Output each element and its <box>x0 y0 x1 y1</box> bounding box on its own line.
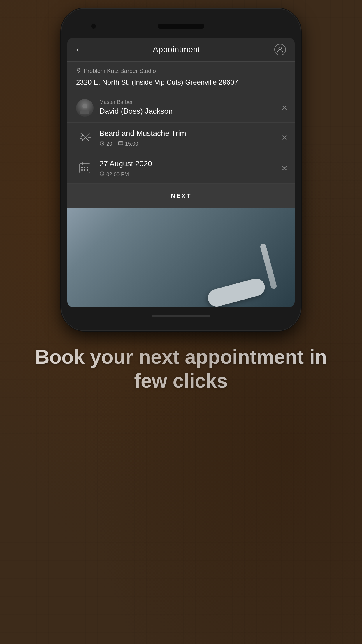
phone-bottom <box>67 307 295 325</box>
time-value: 02:00 PM <box>106 172 129 178</box>
svg-point-3 <box>80 110 89 114</box>
app-header: ‹ Appointment <box>67 38 295 62</box>
svg-line-7 <box>82 134 89 141</box>
calendar-icon <box>78 161 91 174</box>
phone-frame: ‹ Appointment <box>61 9 301 330</box>
date-meta: 02:00 PM <box>99 171 286 178</box>
scissors-icon-container <box>76 129 94 146</box>
svg-point-0 <box>279 47 281 50</box>
phone-screen: ‹ Appointment <box>67 38 295 307</box>
svg-point-6 <box>80 138 83 141</box>
service-content: Beard and Mustache Trim 20 <box>99 129 286 147</box>
home-indicator <box>152 315 210 317</box>
time-clock-icon <box>99 171 105 178</box>
svg-rect-17 <box>81 167 83 168</box>
phone-top <box>67 15 295 38</box>
location-name-text: Problem Kutz Barber Studio <box>84 68 156 74</box>
location-address: 2320 E. North St. (Inside Vip Cuts) Gree… <box>76 77 286 87</box>
back-button[interactable]: ‹ <box>76 45 79 54</box>
svg-point-1 <box>78 69 79 70</box>
svg-line-8 <box>82 133 89 140</box>
avatar-icon <box>76 99 94 117</box>
location-pin-icon <box>76 68 81 74</box>
bottom-marketing-text: Book your next appointment in few clicks <box>17 345 345 393</box>
service-meta: 20 15.00 <box>99 141 286 147</box>
svg-rect-21 <box>84 169 85 171</box>
phone-camera <box>91 23 96 29</box>
calendar-icon-container <box>76 159 94 176</box>
price-meta: 15.00 <box>118 141 138 147</box>
barber-subtitle: Master Barber <box>99 99 286 105</box>
barber-content: Master Barber David (Boss) Jackson <box>99 99 286 116</box>
time-meta: 02:00 PM <box>99 171 129 178</box>
bottom-text-section: Book your next appointment in few clicks <box>0 330 362 393</box>
profile-icon[interactable] <box>274 44 286 55</box>
page-title: Appointment <box>153 45 200 54</box>
next-button[interactable]: NEXT <box>67 184 295 208</box>
svg-rect-20 <box>81 169 83 171</box>
date-item: 27 August 2020 02:00 PM <box>67 153 295 184</box>
barber-avatar <box>76 99 94 117</box>
svg-rect-11 <box>119 142 123 145</box>
date-content: 27 August 2020 02:00 PM <box>99 159 286 178</box>
avatar-image <box>76 99 94 117</box>
barber-remove-button[interactable]: ✕ <box>281 103 288 112</box>
price-icon <box>118 141 123 147</box>
phone-container: ‹ Appointment <box>61 9 301 330</box>
svg-point-5 <box>80 134 83 136</box>
service-item: Beard and Mustache Trim 20 <box>67 123 295 153</box>
location-name-row: Problem Kutz Barber Studio <box>76 68 286 74</box>
service-title: Beard and Mustache Trim <box>99 129 286 139</box>
barber-title: David (Boss) Jackson <box>99 106 286 116</box>
svg-rect-22 <box>87 169 88 171</box>
duration-value: 20 <box>106 141 112 147</box>
svg-point-4 <box>82 104 87 108</box>
phone-speaker <box>158 24 204 29</box>
scissors-icon <box>78 131 91 144</box>
date-remove-button[interactable]: ✕ <box>281 164 288 173</box>
barber-item: Master Barber David (Boss) Jackson ✕ <box>67 93 295 123</box>
svg-rect-19 <box>87 167 88 168</box>
price-value: 15.00 <box>125 141 138 147</box>
location-section: Problem Kutz Barber Studio 2320 E. North… <box>67 62 295 93</box>
bottom-promo-image <box>67 208 295 307</box>
date-title: 27 August 2020 <box>99 159 286 169</box>
clock-icon <box>99 141 105 147</box>
duration-meta: 20 <box>99 141 112 147</box>
service-remove-button[interactable]: ✕ <box>281 133 288 142</box>
svg-rect-18 <box>84 167 85 168</box>
